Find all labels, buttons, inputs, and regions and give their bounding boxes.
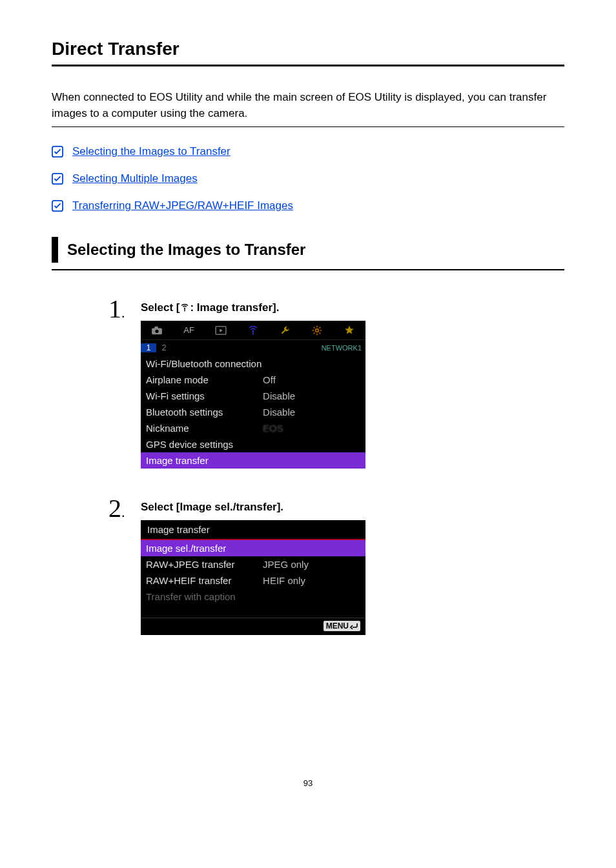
menu-row-transfer-caption: Transfer with caption <box>141 589 365 605</box>
intro-rule <box>52 126 564 127</box>
camera-menu-screenshot-2: Image transfer Image sel./transfer RAW+J… <box>141 520 365 635</box>
step-number: 1. <box>108 296 141 322</box>
step-number: 2. <box>108 496 141 521</box>
return-icon <box>350 623 358 629</box>
menu-row-raw-jpeg: RAW+JPEG transfer JPEG only <box>141 556 365 572</box>
link-icon <box>52 146 63 157</box>
toc-link-raw[interactable]: Transferring RAW+JPEG/RAW+HEIF Images <box>72 199 293 212</box>
svg-point-9 <box>316 328 319 332</box>
tab-wrench-icon <box>269 321 302 339</box>
subtab-right-label: NETWORK1 <box>322 344 365 352</box>
toc-list: Selecting the Images to Transfer Selecti… <box>52 145 564 212</box>
svg-line-17 <box>320 327 321 328</box>
tab-camera-icon <box>141 321 173 339</box>
antenna-icon <box>180 303 189 312</box>
step-instruction: Select [: Image transfer]. <box>141 301 564 314</box>
menu-row-bt-settings: Bluetooth settings Disable <box>141 404 365 420</box>
menu-row-gps: GPS device settings <box>141 436 365 452</box>
tab-gear-icon <box>302 321 334 339</box>
menu-row-airplane: Airplane mode Off <box>141 372 365 388</box>
svg-line-14 <box>314 327 315 328</box>
intro-text: When connected to EOS Utility and while … <box>52 90 564 121</box>
step-1: 1. Select [: Image transfer]. AF 1 2 <box>52 296 564 483</box>
submenu-footer: MENU <box>141 618 365 635</box>
svg-point-3 <box>184 308 185 309</box>
menu-row-wifi-bt: Wi-Fi/Bluetooth connection <box>141 356 365 372</box>
svg-line-15 <box>320 332 321 334</box>
subtab-1: 1 <box>141 343 156 352</box>
toc-item-raw: Transferring RAW+JPEG/RAW+HEIF Images <box>52 199 564 212</box>
step-instruction: Select [Image sel./transfer]. <box>141 501 564 514</box>
page-number: 93 <box>52 778 564 788</box>
toc-item-multiple: Selecting Multiple Images <box>52 172 564 185</box>
section-rule <box>52 269 564 270</box>
svg-line-16 <box>314 332 315 334</box>
tab-star-icon <box>333 321 365 339</box>
menu-row-nickname: Nickname EOS <box>141 420 365 436</box>
step-2: 2. Select [Image sel./transfer]. Image t… <box>52 496 564 649</box>
svg-point-8 <box>252 330 254 332</box>
tab-play-icon <box>205 321 237 339</box>
section-title: Selecting the Images to Transfer <box>58 237 564 263</box>
menu-row-wifi-settings: Wi-Fi settings Disable <box>141 388 365 404</box>
link-icon <box>52 173 63 185</box>
menu-back-button: MENU <box>323 621 360 631</box>
svg-point-6 <box>155 329 158 332</box>
menu-row-image-sel-transfer: Image sel./transfer <box>141 540 365 556</box>
menu-subtab-row: 1 2 NETWORK1 <box>141 340 365 356</box>
camera-menu-screenshot-1: AF 1 2 NETWORK1 Wi-Fi/Bluetooth connecti… <box>141 321 365 469</box>
submenu-title: Image transfer <box>141 520 365 540</box>
tab-af: AF <box>173 321 205 339</box>
toc-link-select-images[interactable]: Selecting the Images to Transfer <box>72 145 231 158</box>
section-bar <box>52 237 58 263</box>
link-icon <box>52 200 63 212</box>
title-rule <box>52 65 564 66</box>
page-title: Direct Transfer <box>52 39 564 59</box>
toc-item-select-images: Selecting the Images to Transfer <box>52 145 564 158</box>
section-heading: Selecting the Images to Transfer <box>52 237 564 263</box>
menu-tab-row: AF <box>141 321 365 340</box>
svg-rect-5 <box>154 327 158 329</box>
tab-antenna-icon <box>237 321 269 339</box>
subtab-2: 2 <box>156 343 172 352</box>
menu-row-raw-heif: RAW+HEIF transfer HEIF only <box>141 572 365 589</box>
toc-link-multiple[interactable]: Selecting Multiple Images <box>72 172 198 185</box>
menu-row-image-transfer: Image transfer <box>141 452 365 469</box>
